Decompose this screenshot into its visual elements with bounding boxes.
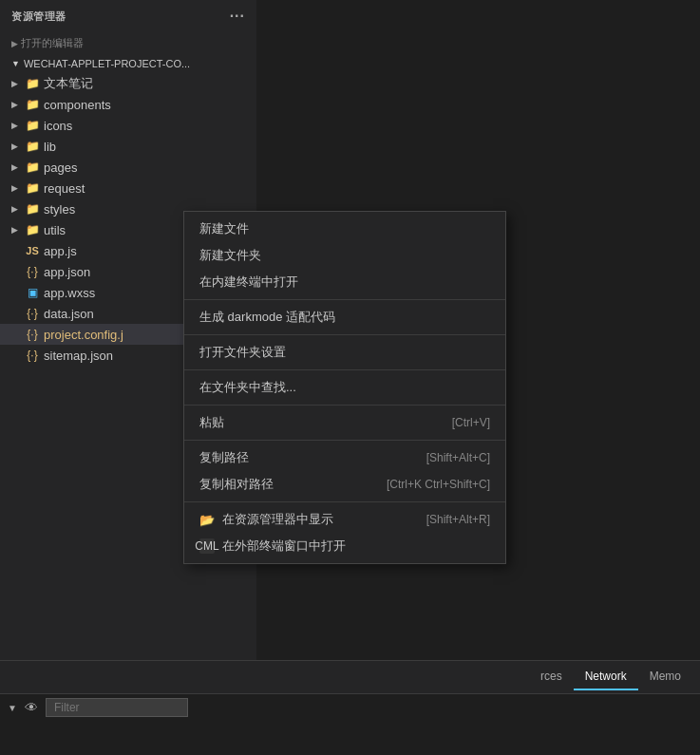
filter-input[interactable] xyxy=(46,698,188,717)
context-menu-copy-rel-path[interactable]: 复制相对路径 [Ctrl+K Ctrl+Shift+C] xyxy=(184,471,505,498)
tree-arrow: ▶ xyxy=(11,100,21,109)
tree-item-label: 文本笔记 xyxy=(44,75,93,92)
folder-icon: 📁 xyxy=(25,97,40,112)
context-menu-item-label: 在外部终端窗口中打开 xyxy=(222,538,346,555)
folder-icon: 📁 xyxy=(25,160,40,175)
tree-item-label: lib xyxy=(44,140,56,154)
context-menu-open-folder-settings[interactable]: 打开文件夹设置 xyxy=(184,339,505,366)
context-menu-item-label: 在内建终端中打开 xyxy=(199,274,298,291)
tree-item-icons[interactable]: ▶ 📁 icons xyxy=(0,115,256,136)
context-menu-shortcut: [Ctrl+V] xyxy=(452,416,490,429)
folder-icon: 📁 xyxy=(25,222,40,237)
tree-item-components[interactable]: ▶ 📁 components xyxy=(0,94,256,115)
tree-arrow: ▶ xyxy=(11,204,21,214)
tree-item-label: icons xyxy=(44,119,72,133)
context-menu: 新建文件 新建文件夹 在内建终端中打开 生成 darkmode 适配代码 打开文… xyxy=(183,211,506,564)
context-menu-item-label: 打开文件夹设置 xyxy=(199,344,286,361)
folder-blue-icon: 📂 xyxy=(199,512,215,527)
context-menu-paste[interactable]: 粘贴 [Ctrl+V] xyxy=(184,409,505,436)
json-file-icon: {·} xyxy=(25,306,40,321)
tree-item-label: sitemap.json xyxy=(44,349,113,363)
json-file-icon: {·} xyxy=(25,348,40,363)
js-file-icon: JS xyxy=(25,243,40,258)
context-menu-copy-path[interactable]: 复制路径 [Shift+Alt+C] xyxy=(184,444,505,471)
explorer-menu-button[interactable]: ··· xyxy=(230,8,245,25)
devtools-panel: rces Network Memo ▼ 👁 xyxy=(0,660,700,755)
tree-arrow: ▶ xyxy=(11,142,21,151)
context-menu-new-folder[interactable]: 新建文件夹 xyxy=(184,242,505,269)
tab-sources[interactable]: rces xyxy=(529,664,574,690)
folder-icon: 📁 xyxy=(25,118,40,133)
context-menu-separator xyxy=(184,405,505,406)
tree-item-lib[interactable]: ▶ 📁 lib xyxy=(0,136,256,157)
tree-item-label: app.json xyxy=(44,265,90,279)
tree-item-label: utils xyxy=(44,223,66,237)
tree-item-label: data.json xyxy=(44,307,94,321)
tree-arrow: ▶ xyxy=(11,79,21,88)
devtools-filter-row: ▼ 👁 xyxy=(0,694,700,721)
json-file-icon: {·} xyxy=(25,327,40,342)
context-menu-new-file[interactable]: 新建文件 xyxy=(184,216,505,242)
tab-network[interactable]: Network xyxy=(574,664,638,690)
project-root[interactable]: WECHAT-APPLET-PROJECT-CO... xyxy=(0,54,256,73)
context-menu-item-label: 在资源管理器中显示 xyxy=(222,511,333,528)
context-menu-gen-darkmode[interactable]: 生成 darkmode 适配代码 xyxy=(184,304,505,330)
context-menu-item-label: 在文件夹中查找... xyxy=(199,379,296,396)
context-menu-separator xyxy=(184,440,505,441)
context-menu-item-label: 粘贴 xyxy=(199,414,224,431)
context-menu-item-label: 新建文件 xyxy=(199,220,249,237)
tree-item-label: app.js xyxy=(44,244,77,258)
tree-item-label: project.config.j xyxy=(44,328,123,342)
context-menu-find-in-folder[interactable]: 在文件夹中查找... xyxy=(184,374,505,401)
context-menu-shortcut: [Ctrl+K Ctrl+Shift+C] xyxy=(387,478,490,491)
explorer-header: 资源管理器 ··· xyxy=(0,0,256,32)
folder-icon: 📁 xyxy=(25,201,40,217)
folder-icon: 📁 xyxy=(25,76,40,91)
eye-icon[interactable]: 👁 xyxy=(25,700,38,715)
tab-memo[interactable]: Memo xyxy=(638,664,692,690)
tree-item-wenbenbizhiji[interactable]: ▶ 📁 文本笔记 xyxy=(0,73,256,94)
tree-item-label: pages xyxy=(44,160,77,175)
tree-item-label: components xyxy=(44,98,111,112)
context-menu-open-external-terminal[interactable]: CML 在外部终端窗口中打开 xyxy=(184,533,505,559)
context-menu-separator xyxy=(184,299,505,300)
wxss-file-icon: ▣ xyxy=(25,285,40,300)
folder-icon: 📁 xyxy=(25,139,40,154)
context-menu-shortcut: [Shift+Alt+R] xyxy=(426,513,490,526)
tree-item-pages[interactable]: ▶ 📁 pages xyxy=(0,157,256,178)
dropdown-arrow-icon[interactable]: ▼ xyxy=(8,703,17,713)
devtools-tab-bar: rces Network Memo xyxy=(0,661,700,694)
open-editors-section[interactable]: 打开的编辑器 xyxy=(0,32,256,54)
context-menu-reveal-in-explorer[interactable]: 📂 在资源管理器中显示 [Shift+Alt+R] xyxy=(184,506,505,533)
tree-item-label: request xyxy=(44,181,85,196)
context-menu-item-label: 生成 darkmode 适配代码 xyxy=(199,309,335,326)
tree-arrow: ▶ xyxy=(11,121,21,130)
tree-item-label: styles xyxy=(44,202,75,217)
tree-item-request[interactable]: ▶ 📁 request xyxy=(0,178,256,198)
context-menu-item-label: 复制相对路径 xyxy=(199,476,274,493)
tree-arrow: ▶ xyxy=(11,183,21,193)
folder-icon: 📁 xyxy=(25,180,40,196)
context-menu-separator xyxy=(184,501,505,502)
context-menu-item-label: 复制路径 xyxy=(199,449,249,466)
tree-arrow: ▶ xyxy=(11,225,21,235)
context-menu-item-label: 新建文件夹 xyxy=(199,247,261,264)
context-menu-separator xyxy=(184,369,505,370)
terminal-icon: CML xyxy=(199,538,215,554)
tree-arrow: ▶ xyxy=(11,162,21,172)
explorer-title: 资源管理器 xyxy=(11,9,66,24)
context-menu-shortcut: [Shift+Alt+C] xyxy=(426,451,490,464)
tree-item-label: app.wxss xyxy=(44,286,95,300)
context-menu-separator xyxy=(184,334,505,335)
json-file-icon: {·} xyxy=(25,264,40,279)
context-menu-open-terminal[interactable]: 在内建终端中打开 xyxy=(184,269,505,295)
